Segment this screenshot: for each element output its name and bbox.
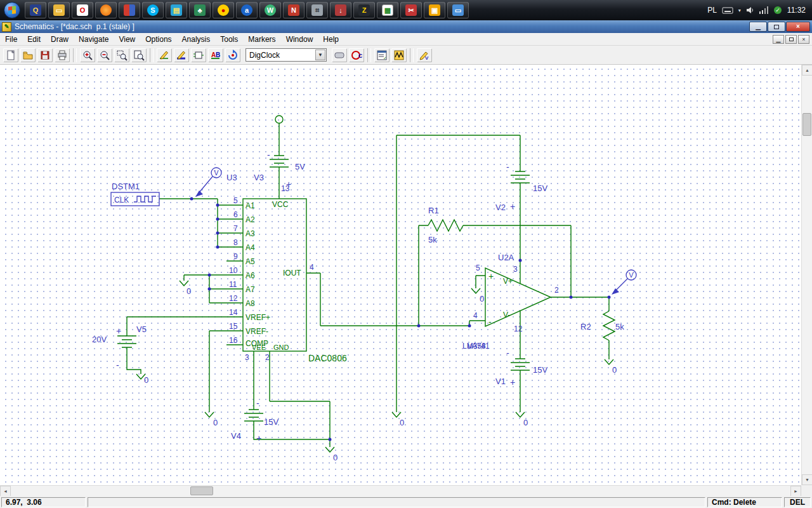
dac-gnd-label: GND (273, 344, 289, 351)
battery-v4[interactable] (244, 410, 263, 421)
tools-app-icon[interactable]: ✂ (400, 2, 422, 18)
display-app-icon[interactable]: ▭ (447, 2, 469, 18)
pin14-label: 14 (229, 308, 238, 317)
opera-icon[interactable]: O (72, 2, 93, 18)
menu-draw[interactable]: Draw (46, 34, 74, 45)
network-signal-icon[interactable] (759, 6, 768, 14)
voltage-marker-button[interactable]: V (416, 48, 433, 63)
menu-bar: File Edit Draw Navigate View Options Ana… (0, 33, 812, 46)
menu-analysis[interactable]: Analysis (177, 34, 216, 45)
browser-globe-icon[interactable]: a (236, 2, 258, 18)
document-app-icon[interactable]: ▤ (166, 2, 187, 18)
mdi-minimize-button[interactable]: ▁ (773, 35, 784, 44)
zoom-fit-page-button[interactable] (131, 48, 147, 63)
start-button[interactable] (4, 2, 20, 18)
zoom-out-button[interactable] (96, 48, 113, 63)
toolbar-separator (150, 48, 154, 62)
menu-file[interactable]: File (0, 34, 22, 45)
explorer-folder-icon[interactable]: ▭ (48, 2, 70, 18)
menu-view[interactable]: View (114, 34, 140, 45)
print-button[interactable] (54, 48, 70, 63)
symbol-wizard-button[interactable] (225, 48, 241, 63)
menu-markers[interactable]: Markers (243, 34, 280, 45)
gadu-gadu-icon[interactable]: ● (213, 2, 234, 18)
menu-help[interactable]: Help (318, 34, 344, 45)
battery-v5[interactable] (117, 336, 136, 347)
status-bar: 6.97, 3.06 Cmd: Delete DEL (0, 496, 812, 508)
edit-part-button[interactable]: C (348, 48, 365, 63)
power-tool-icon[interactable]: Z (353, 2, 375, 18)
get-recent-part-button[interactable] (331, 48, 348, 63)
menu-navigate[interactable]: Navigate (74, 34, 114, 45)
chat-app-icon[interactable]: W (259, 2, 281, 18)
minimize-button[interactable]: ▁ (749, 22, 767, 32)
schematic-drawing: DSTM1 CLK U3 V3 5V 13 - + 5 6 7 8 9 10 1… (0, 65, 801, 485)
draw-block-button[interactable] (190, 48, 207, 63)
r2-value-label: 5k (615, 322, 624, 331)
draw-bus-button[interactable] (173, 48, 190, 63)
restore-button[interactable] (768, 22, 785, 32)
skype-icon[interactable]: S (142, 2, 164, 18)
opamp-minus-label: - (488, 317, 492, 327)
schematics-app-icon[interactable]: ▦ (377, 2, 398, 18)
scroll-down-icon[interactable]: ▼ (802, 474, 812, 485)
chevron-down-icon[interactable]: ▾ (738, 8, 741, 13)
new-file-button[interactable] (3, 48, 19, 63)
vertical-scroll-thumb[interactable] (802, 113, 811, 136)
battery-v2[interactable] (511, 171, 530, 183)
photo-viewer-icon[interactable]: ▣ (424, 2, 445, 18)
part-selector-combo[interactable]: DigClock ▼ (246, 48, 327, 62)
edit-attributes-button[interactable]: AB (207, 48, 224, 63)
v1-value-label: 15V (533, 365, 547, 375)
zoom-in-button[interactable] (79, 48, 96, 63)
setup-analysis-button[interactable]: ✓ (374, 48, 390, 63)
combo-dropdown-icon[interactable]: ▼ (315, 50, 325, 60)
downloader-icon[interactable]: ↓ (330, 2, 351, 18)
firefox-icon[interactable] (95, 2, 117, 18)
simulate-button[interactable] (391, 48, 407, 63)
clock[interactable]: 11:32 (787, 6, 806, 15)
v5-plus-label: + (116, 326, 121, 336)
volume-icon[interactable] (746, 6, 754, 14)
scroll-up-icon[interactable]: ▲ (802, 65, 812, 76)
battery-v1[interactable] (511, 359, 530, 370)
horizontal-scrollbar[interactable]: ◄ ► (0, 485, 801, 496)
keyboard-icon[interactable] (722, 7, 733, 14)
window-title: Schematics - [*dac.sch p.1 (stale) ] (15, 22, 134, 31)
scroll-right-icon[interactable]: ► (790, 486, 801, 497)
winamp-icon[interactable]: N (283, 2, 304, 18)
resistor-r1[interactable] (428, 220, 463, 231)
mdi-close-button[interactable]: × (798, 35, 809, 44)
vertical-scrollbar[interactable]: ▲ ▼ (801, 65, 812, 485)
save-button[interactable] (37, 48, 53, 63)
menu-edit[interactable]: Edit (22, 34, 46, 45)
schematic-canvas[interactable]: DSTM1 CLK U3 V3 5V 13 - + 5 6 7 8 9 10 1… (0, 65, 801, 485)
graphics-app-icon[interactable]: ♣ (189, 2, 211, 18)
window-titlebar[interactable]: ✎ Schematics - [*dac.sch p.1 (stale) ] ▁… (0, 20, 812, 33)
open-file-button[interactable] (20, 48, 36, 63)
draw-wire-button[interactable] (156, 48, 173, 63)
horizontal-scroll-thumb[interactable] (190, 486, 213, 495)
menu-options[interactable]: Options (140, 34, 176, 45)
zoom-area-button[interactable] (114, 48, 130, 63)
resistor-r2[interactable] (603, 311, 615, 340)
opamp-part[interactable] (485, 268, 551, 326)
dac-vrefm-label: VREF- (246, 327, 268, 336)
pin8-label: 8 (233, 238, 238, 247)
mail-app-icon[interactable] (119, 2, 140, 18)
gnd-label-5: 0 (400, 418, 404, 427)
clock-waveform-icon (134, 196, 156, 202)
v4-minus-label: - (256, 398, 259, 408)
menu-tools[interactable]: Tools (215, 34, 243, 45)
status-ok-icon[interactable]: ✓ (773, 6, 782, 15)
close-button[interactable]: × (786, 22, 810, 32)
pin7-label: 7 (233, 224, 238, 233)
keyboard-app-icon[interactable]: ⌗ (306, 2, 328, 18)
language-indicator[interactable]: PL (707, 6, 717, 15)
toolbar-separator (367, 48, 371, 62)
menu-window[interactable]: Window (281, 34, 318, 45)
mdi-restore-button[interactable] (785, 35, 797, 44)
wires[interactable] (127, 123, 609, 447)
scroll-left-icon[interactable]: ◄ (0, 486, 11, 497)
media-player-icon[interactable]: Q (25, 2, 46, 18)
